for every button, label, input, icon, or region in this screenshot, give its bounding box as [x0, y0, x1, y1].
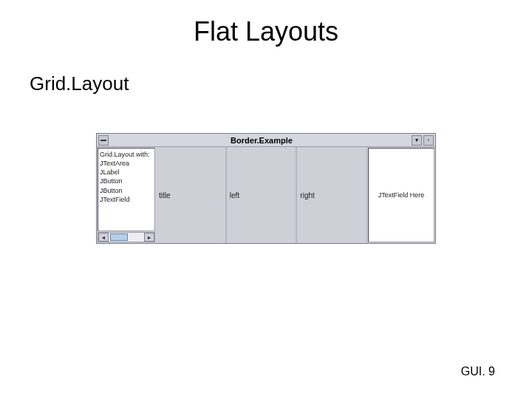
scroll-track[interactable]: [109, 233, 144, 242]
textarea[interactable]: Grid.Layout with: JTextArea JLabel JButt…: [98, 148, 155, 231]
slide-subtitle: Grid.Layout: [30, 72, 129, 95]
horizontal-scrollbar[interactable]: ◂ ▸: [98, 232, 155, 242]
textarea-line: JButton: [100, 186, 153, 195]
app-window: Border.Example ▾ ▫ Grid.Layout with: JTe…: [96, 133, 436, 244]
maximize-button[interactable]: ▫: [423, 135, 434, 146]
east-textfield[interactable]: JTextField Here: [368, 148, 434, 242]
titlebar: Border.Example ▾ ▫: [97, 134, 435, 147]
textarea-line: JLabel: [100, 168, 153, 177]
textarea-line: JTextArea: [100, 159, 153, 168]
west-panel: Grid.Layout with: JTextArea JLabel JButt…: [97, 147, 156, 243]
slide-title: Flat Layouts: [0, 16, 532, 47]
system-menu-icon[interactable]: [98, 135, 109, 146]
example-window-figure: Border.Example ▾ ▫ Grid.Layout with: JTe…: [96, 133, 436, 244]
center-panel: title left right: [156, 147, 367, 243]
scroll-right-icon[interactable]: ▸: [144, 233, 154, 242]
textarea-line: JButton: [100, 177, 153, 185]
scroll-left-icon[interactable]: ◂: [98, 233, 109, 242]
slide-number: GUI. 9: [461, 365, 495, 378]
window-buttons: ▾ ▫: [412, 135, 434, 146]
textarea-line: JTextField: [100, 195, 153, 204]
scroll-thumb[interactable]: [110, 233, 128, 241]
window-title: Border.Example: [112, 136, 412, 145]
textarea-line: Grid.Layout with:: [100, 150, 153, 159]
grid-column-left: left: [226, 147, 297, 243]
minimize-button[interactable]: ▾: [412, 135, 422, 146]
grid-column-title: title: [156, 147, 226, 243]
grid-column-right: right: [296, 147, 367, 243]
window-content: Grid.Layout with: JTextArea JLabel JButt…: [97, 147, 435, 243]
